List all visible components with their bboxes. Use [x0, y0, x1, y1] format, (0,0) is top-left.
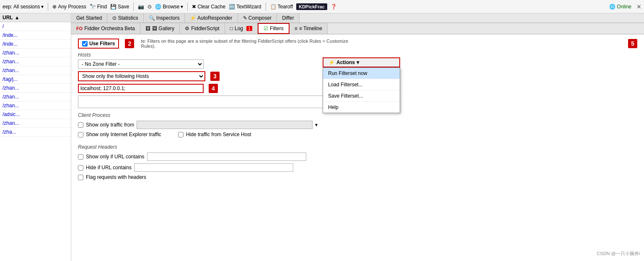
close-button[interactable]: ✕: [636, 3, 641, 10]
textwizard-button[interactable]: 🔤 TextWizard: [229, 4, 261, 10]
hide-url-contains-checkbox[interactable]: [78, 165, 83, 171]
url-item[interactable]: /zhan...: [0, 49, 71, 57]
hide-service-host-row: Hide traffic from Service Host: [178, 132, 251, 137]
url-item[interactable]: /zhan...: [0, 66, 71, 75]
url-item[interactable]: /zhan...: [0, 57, 71, 66]
tab-fiddler-orchestra[interactable]: FO Fiddler Orchestra Beta: [71, 23, 140, 34]
url-item[interactable]: /inde...: [0, 31, 71, 40]
tab-timeline[interactable]: ≡ ≡ Timeline: [290, 23, 328, 34]
save-filterset-item[interactable]: Save Filterset...: [323, 90, 400, 102]
zone-filter-dropdown[interactable]: - No Zone Filter -: [78, 59, 204, 69]
find-button[interactable]: 🔭 Find: [90, 4, 107, 10]
use-filters-checkbox[interactable]: [82, 41, 88, 47]
load-filterset-item[interactable]: Load Filterset...: [323, 79, 400, 90]
filter-content-box: [78, 96, 350, 108]
browse-button[interactable]: 🌐 Browse ▾: [155, 4, 183, 10]
hide-url-contains-row: Hide if URL contains: [78, 163, 637, 172]
run-filterset-item[interactable]: Run Filterset now: [323, 68, 400, 79]
tab-gallery-label: 🖼 Gallery: [152, 26, 174, 31]
tab-log[interactable]: □ Log 1: [225, 23, 258, 34]
url-item[interactable]: /zhan...: [0, 84, 71, 93]
toolbar: eep: All sessions ▾ ⊕ Any Process 🔭 Find…: [0, 0, 644, 13]
url-item[interactable]: /: [0, 22, 71, 31]
client-process-label: Client Process: [78, 112, 637, 118]
keep-label: eep: All sessions: [3, 4, 40, 10]
hosts-input[interactable]: [78, 84, 204, 93]
any-process-label: Any Process: [58, 4, 86, 10]
tab-composer-label: ✎ Composer: [243, 15, 272, 21]
show-url-contains-input[interactable]: [147, 152, 306, 161]
show-url-contains-row: Show only if URL contains: [78, 152, 637, 161]
url-item[interactable]: /zhan...: [0, 93, 71, 101]
url-item[interactable]: /tag/j...: [0, 75, 71, 84]
tab-inspectors[interactable]: 🔍 Inspectors: [144, 13, 185, 23]
tearoff-label: Tearoff: [278, 4, 293, 10]
hide-url-contains-input[interactable]: [134, 163, 293, 172]
traffic-from-input[interactable]: [137, 121, 313, 129]
tab-log-label: Log: [235, 26, 243, 31]
url-item[interactable]: /zha...: [0, 128, 71, 137]
sort-icon: ▲: [15, 15, 20, 21]
tab-statistics-label: ⊙ Statistics: [112, 15, 138, 21]
show-url-contains-label: Show only if URL contains: [86, 154, 145, 160]
watermark-text: CSDN @一只小脑斧i: [597, 251, 640, 256]
show-ie-traffic-checkbox[interactable]: [78, 132, 83, 137]
timeline-icon: ≡: [295, 26, 297, 31]
show-url-contains-checkbox[interactable]: [78, 154, 83, 160]
url-item[interactable]: /adsic...: [0, 110, 71, 119]
url-panel-header: URL ▲: [0, 13, 71, 22]
tearoff-button[interactable]: 📋 Tearoff: [270, 4, 293, 10]
flag-requests-checkbox[interactable]: [78, 175, 83, 180]
url-item[interactable]: /inde...: [0, 40, 71, 49]
actions-container: ⚡ Actions ▾ Run Filterset now Load Filte…: [323, 57, 400, 113]
show-traffic-from-row: Show only traffic from ▾: [78, 121, 637, 129]
filters-area: Use Filters 2 te: Filters on this page a…: [71, 34, 644, 261]
ie-traffic-row: Show only Internet Explorer traffic Hide…: [78, 132, 637, 140]
tab-composer[interactable]: ✎ Composer: [238, 13, 277, 23]
tab-statistics[interactable]: ⊙ Statistics: [107, 13, 143, 23]
url-item[interactable]: /zhan...: [0, 101, 71, 110]
circle-button[interactable]: ⊙: [147, 4, 152, 10]
sep3: [187, 3, 188, 11]
highlight-button[interactable]: KDPickFrac: [296, 3, 327, 10]
hosts-label: Hosts: [78, 52, 637, 58]
tab-fiddler-orchestra-label: Fiddler Orchestra Beta: [84, 26, 135, 31]
tab-differ[interactable]: Differ: [277, 13, 299, 23]
textwizard-label: TextWizard: [236, 4, 261, 10]
hide-service-host-checkbox[interactable]: [178, 132, 184, 137]
any-process-button[interactable]: ⊕ Any Process: [52, 4, 86, 10]
tab-autoresponder[interactable]: ⚡ AutoResponder: [185, 13, 238, 23]
flag-requests-row: Flag requests with headers: [78, 174, 637, 180]
keep-chevron-icon: ▾: [41, 4, 44, 10]
hide-url-contains-label: Hide if URL contains: [86, 165, 132, 171]
url-item[interactable]: /zhan...: [0, 119, 71, 128]
lightning-icon: ⚡: [328, 59, 335, 65]
help-item[interactable]: Help: [323, 102, 400, 113]
fo-icon: FO: [76, 26, 83, 31]
clear-cache-button[interactable]: ✖ Clear Cache: [192, 4, 225, 10]
filter-content-select[interactable]: [78, 96, 350, 108]
help-button[interactable]: ❓: [331, 4, 337, 10]
tab-fiddlerscript[interactable]: ⚙ FiddlerScript: [180, 23, 225, 34]
camera-button[interactable]: 📷: [138, 4, 144, 10]
actions-button[interactable]: ⚡ Actions ▾: [323, 57, 400, 67]
url-list: //inde.../inde.../zhan.../zhan.../zhan..…: [0, 22, 71, 137]
sep2: [133, 3, 134, 11]
tab-get-started[interactable]: Get Started: [71, 13, 107, 23]
save-button[interactable]: 💾 Save: [110, 4, 129, 10]
gallery-icon: 🖼: [145, 26, 150, 31]
show-traffic-from-checkbox[interactable]: [78, 122, 83, 128]
badge-3: 3: [210, 72, 220, 81]
online-button[interactable]: 🌐 Online: [609, 4, 631, 10]
filter-note: te: Filters on this page are a simple su…: [141, 39, 350, 49]
tearoff-icon: 📋: [270, 4, 277, 10]
show-hosts-dropdown[interactable]: Show only the following Hosts: [79, 72, 204, 80]
sep1: [48, 3, 48, 11]
keep-sessions-button[interactable]: eep: All sessions ▾: [3, 4, 44, 10]
client-process-section: Client Process Show only traffic from ▾ …: [78, 112, 637, 140]
tab-filters[interactable]: ☑ Filters: [258, 23, 290, 34]
use-filters-checkbox-container[interactable]: Use Filters: [78, 39, 119, 49]
badge-4: 4: [209, 84, 218, 93]
tab-gallery[interactable]: 🖼 🖼 Gallery: [140, 23, 180, 34]
flag-requests-label: Flag requests with headers: [86, 174, 146, 180]
